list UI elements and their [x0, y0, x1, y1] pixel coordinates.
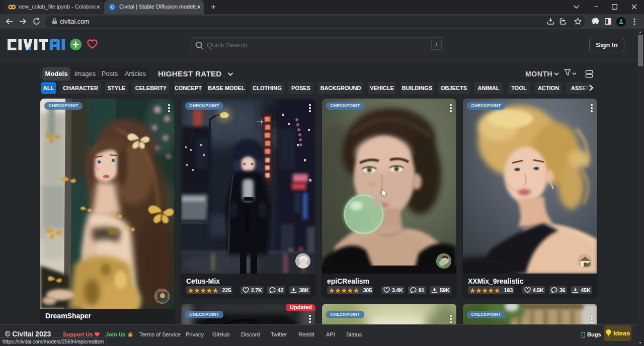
svg-text:C: C	[111, 4, 114, 10]
